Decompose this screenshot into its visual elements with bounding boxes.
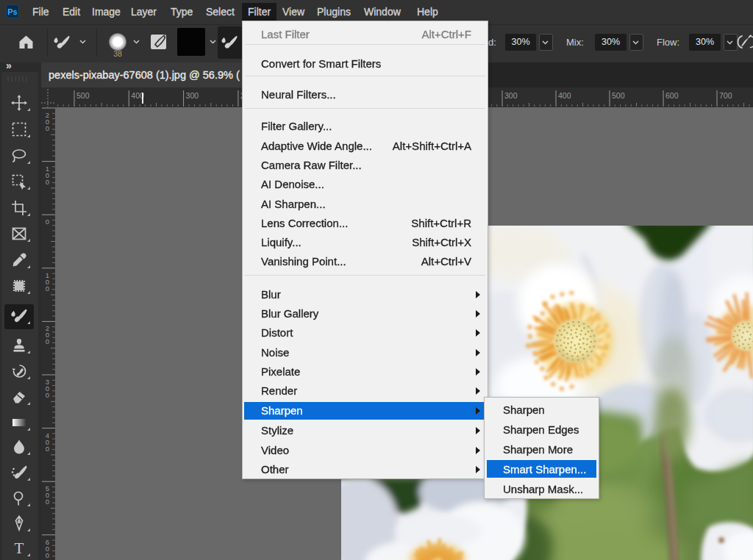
svg-text:100: 100 <box>46 165 49 186</box>
svg-text:500: 500 <box>612 91 625 100</box>
svg-text:600: 600 <box>665 91 679 100</box>
svg-text:500: 500 <box>46 484 49 506</box>
svg-text:100: 100 <box>46 271 49 292</box>
svg-text:300: 300 <box>504 91 518 100</box>
svg-text:400: 400 <box>558 91 571 100</box>
svg-text:T: T <box>14 539 24 557</box>
svg-text:0: 0 <box>46 218 49 226</box>
svg-text:300: 300 <box>186 91 199 100</box>
svg-text:600: 600 <box>46 538 49 559</box>
svg-text:500: 500 <box>76 91 90 100</box>
svg-text:700: 700 <box>719 91 732 100</box>
svg-text:300: 300 <box>46 378 49 399</box>
svg-text:200: 200 <box>46 111 49 132</box>
svg-text:200: 200 <box>46 324 49 345</box>
svg-text:400: 400 <box>46 431 49 453</box>
